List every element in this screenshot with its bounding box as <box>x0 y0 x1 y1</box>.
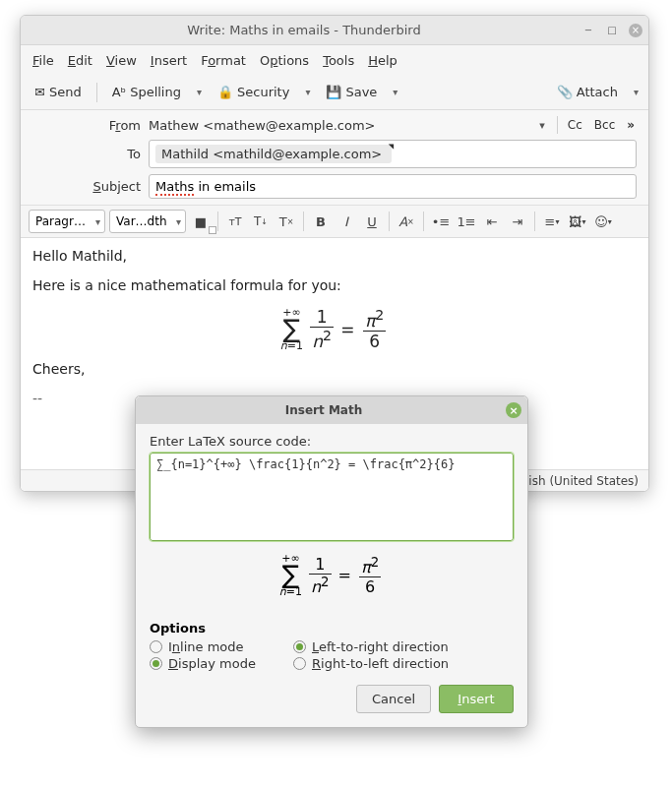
from-label: From <box>32 118 141 133</box>
from-dropdown[interactable]: ▾ <box>535 119 549 132</box>
outdent-icon[interactable]: ⇤ <box>481 211 503 232</box>
close-icon[interactable]: × <box>629 24 642 37</box>
paperclip-icon: 📎 <box>557 85 573 99</box>
send-icon: ✉ <box>34 85 45 99</box>
body-line: Here is a nice mathematical formula for … <box>32 277 637 293</box>
body-line: Hello Mathild, <box>32 248 637 264</box>
subject-label: Subject <box>32 179 141 194</box>
cc-button[interactable]: Cc <box>566 118 584 132</box>
text-color-icon[interactable]: ■ <box>190 211 212 232</box>
lock-icon: 🔒 <box>217 85 233 99</box>
recipient-chip[interactable]: Mathild <mathild@example.com> ◥ <box>155 145 392 163</box>
attach-dropdown[interactable]: ▾ <box>632 87 641 97</box>
send-label: Send <box>49 85 82 99</box>
format-toolbar: Paragr… Var…dth ■ ᴛT T↓ T× B I U A× •≡ 1… <box>21 205 648 238</box>
options-heading: Options <box>150 621 514 636</box>
minimize-icon[interactable]: − <box>581 24 595 37</box>
save-icon: 💾 <box>326 85 341 99</box>
dialog-titlebar: Insert Math × <box>136 396 527 424</box>
spelling-label: Spelling <box>130 85 181 99</box>
latex-input[interactable] <box>150 453 514 541</box>
spelling-button[interactable]: Aᵇ Spelling <box>106 81 187 103</box>
italic-icon[interactable]: I <box>336 211 357 232</box>
subject-input[interactable]: Maths in emails <box>149 174 637 199</box>
menu-view[interactable]: View <box>106 53 137 68</box>
maximize-icon[interactable]: □ <box>605 24 619 37</box>
decrease-font-icon[interactable]: ᴛT <box>224 211 246 232</box>
more-recipients-button[interactable]: » <box>625 118 637 132</box>
insert-image-icon[interactable]: 🖼▾ <box>567 211 588 232</box>
attach-button[interactable]: 📎 Attach <box>551 81 624 103</box>
to-input[interactable]: Mathild <mathild@example.com> ◥ <box>149 140 637 168</box>
radio-inline-mode[interactable]: Inline mode <box>150 639 287 654</box>
security-label: Security <box>237 85 289 99</box>
menu-file[interactable]: File <box>32 53 54 68</box>
underline-icon[interactable]: U <box>361 211 383 232</box>
radio-display-mode[interactable]: Display mode <box>150 656 287 671</box>
menu-edit[interactable]: Edit <box>68 53 92 68</box>
titlebar: Write: Maths in emails - Thunderbird − □… <box>21 16 648 45</box>
insert-button[interactable]: Insert <box>439 685 514 713</box>
radio-ltr[interactable]: Left-to-right direction <box>293 639 514 654</box>
math-preview: +∞ ∑ n=1 1n2 = π26 <box>150 553 514 597</box>
paragraph-style-select[interactable]: Paragr… <box>29 210 105 233</box>
save-dropdown[interactable]: ▾ <box>391 87 399 97</box>
menu-tools[interactable]: Tools <box>323 53 354 68</box>
remove-format-icon[interactable]: A× <box>396 211 417 232</box>
menu-help[interactable]: Help <box>368 53 397 68</box>
body-line: Cheers, <box>32 361 637 377</box>
dialog-close-icon[interactable]: × <box>506 402 521 418</box>
bcc-button[interactable]: Bcc <box>592 118 617 132</box>
save-label: Save <box>345 85 377 99</box>
spellcheck-icon: Aᵇ <box>112 85 126 99</box>
dialog-title: Insert Math <box>142 403 506 417</box>
radio-rtl[interactable]: Right-to-left direction <box>293 656 514 671</box>
latex-label: Enter LaTeX source code: <box>150 434 514 449</box>
menu-insert[interactable]: Insert <box>151 53 187 68</box>
toolbar-separator <box>96 83 97 102</box>
math-formula-display: +∞ ∑ n=1 1n2 = π26 <box>32 307 637 351</box>
reset-font-icon[interactable]: T× <box>275 211 297 232</box>
security-button[interactable]: 🔒 Security <box>212 81 295 103</box>
increase-font-icon[interactable]: T↓ <box>250 211 272 232</box>
insert-math-dialog: Insert Math × Enter LaTeX source code: +… <box>135 395 528 728</box>
spelling-dropdown[interactable]: ▾ <box>195 87 204 97</box>
cancel-button[interactable]: Cancel <box>356 685 431 713</box>
save-button[interactable]: 💾 Save <box>320 81 383 103</box>
main-toolbar: ✉ Send Aᵇ Spelling ▾ 🔒 Security ▾ 💾 Save… <box>21 75 648 110</box>
align-icon[interactable]: ≡▾ <box>541 211 563 232</box>
window-controls: − □ × <box>581 24 642 37</box>
to-label: To <box>32 147 141 161</box>
bullet-list-icon[interactable]: •≡ <box>430 211 452 232</box>
window-title: Write: Maths in emails - Thunderbird <box>27 23 581 37</box>
attach-label: Attach <box>577 85 618 99</box>
menubar: File Edit View Insert Format Options Too… <box>21 45 648 75</box>
message-headers: From Mathew <mathew@example.com> ▾ Cc Bc… <box>21 110 648 205</box>
security-dropdown[interactable]: ▾ <box>303 87 312 97</box>
recipient-chip-label: Mathild <mathild@example.com> <box>161 147 382 161</box>
emoji-icon[interactable]: ☺▾ <box>592 211 614 232</box>
font-select[interactable]: Var…dth <box>109 210 186 233</box>
number-list-icon[interactable]: 1≡ <box>456 211 477 232</box>
indent-icon[interactable]: ⇥ <box>507 211 528 232</box>
send-button[interactable]: ✉ Send <box>29 81 88 103</box>
bold-icon[interactable]: B <box>310 211 332 232</box>
menu-options[interactable]: Options <box>260 53 309 68</box>
menu-format[interactable]: Format <box>201 53 246 68</box>
from-value[interactable]: Mathew <mathew@example.com> <box>149 118 527 133</box>
chip-indicator-icon: ◥ <box>389 143 394 151</box>
